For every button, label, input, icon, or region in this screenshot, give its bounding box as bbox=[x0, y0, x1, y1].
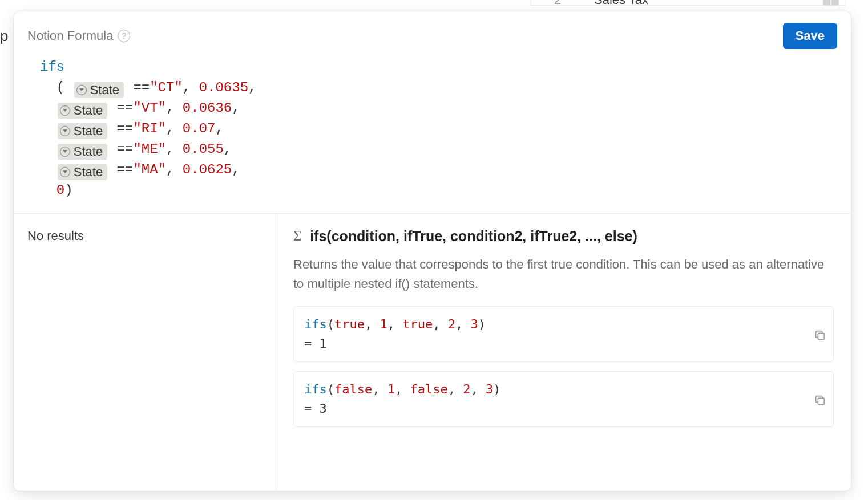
background-row-text: Sales Tax bbox=[594, 0, 648, 6]
split-panel: No results Σ ifs(condition, ifTrue, cond… bbox=[14, 213, 851, 491]
property-name: State bbox=[74, 103, 103, 119]
property-pill[interactable]: State bbox=[58, 144, 107, 160]
copy-icon[interactable] bbox=[814, 393, 826, 405]
property-name: State bbox=[74, 164, 103, 180]
modal-title: Notion Formula bbox=[27, 29, 113, 43]
property-pill[interactable]: State bbox=[58, 123, 107, 139]
property-pill[interactable]: State bbox=[58, 164, 107, 180]
property-name: State bbox=[74, 123, 103, 139]
sigma-icon: Σ bbox=[293, 227, 302, 245]
save-button[interactable]: Save bbox=[783, 23, 837, 49]
formula-editor[interactable]: ifs ( State =="CT", 0.0635, State =="VT"… bbox=[14, 49, 851, 213]
background-text-left: p bbox=[0, 27, 8, 45]
example-result: = 1 bbox=[304, 334, 823, 353]
select-icon bbox=[60, 105, 70, 116]
select-icon bbox=[60, 167, 70, 177]
property-name: State bbox=[90, 82, 119, 98]
formula-modal: Notion Formula ? Save ifs ( State =="CT"… bbox=[14, 11, 851, 491]
property-pill[interactable]: State bbox=[58, 103, 107, 119]
copy-icon[interactable] bbox=[814, 328, 826, 340]
example-result: = 3 bbox=[304, 399, 823, 418]
function-signature: ifs(condition, ifTrue, condition2, ifTru… bbox=[310, 228, 637, 245]
example-block: ifs(false, 1, false, 2, 3)= 3 bbox=[293, 371, 834, 427]
modal-header: Notion Formula ? Save bbox=[14, 11, 851, 49]
background-info-icon: i bbox=[823, 0, 839, 6]
svg-rect-1 bbox=[818, 399, 824, 405]
property-name: State bbox=[74, 144, 103, 160]
title-wrap: Notion Formula ? bbox=[27, 29, 130, 43]
no-results-text: No results bbox=[27, 229, 262, 243]
background-row-peek: 2 Sales Tax i bbox=[531, 0, 845, 6]
documentation-pane: Σ ifs(condition, ifTrue, condition2, ifT… bbox=[276, 214, 851, 491]
background-row-number: 2 bbox=[554, 0, 561, 6]
signature-row: Σ ifs(condition, ifTrue, condition2, ifT… bbox=[293, 227, 834, 245]
example-block: ifs(true, 1, true, 2, 3)= 1 bbox=[293, 306, 834, 362]
svg-rect-0 bbox=[818, 334, 824, 340]
help-icon[interactable]: ? bbox=[118, 30, 130, 42]
select-icon bbox=[60, 147, 70, 157]
select-icon bbox=[76, 85, 87, 95]
select-icon bbox=[60, 126, 70, 136]
fn-name: ifs bbox=[40, 59, 64, 75]
function-description: Returns the value that corresponds to th… bbox=[293, 255, 834, 294]
property-pill[interactable]: State bbox=[74, 82, 124, 98]
suggestions-pane: No results bbox=[14, 214, 276, 491]
